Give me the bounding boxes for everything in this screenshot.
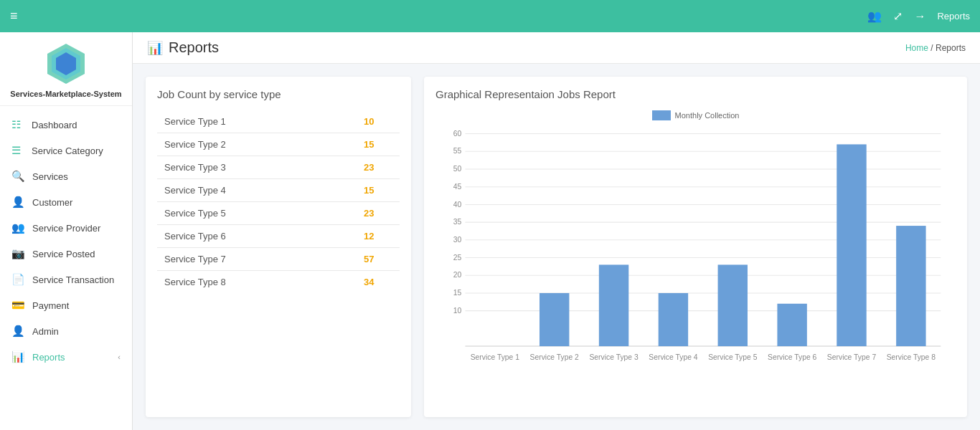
users-icon[interactable]: 👥 [867, 9, 882, 23]
sidebar-label-services: Services [32, 171, 121, 182]
main-content: 📊 Reports Home / Reports Job Count by se… [133, 32, 980, 430]
bar-rect[interactable] [599, 264, 628, 346]
sidebar-nav: ☷ Dashboard ☰ Service Category 🔍 Service… [0, 106, 132, 376]
sidebar-item-customer[interactable]: 👤 Customer [0, 189, 132, 215]
y-label: 55 [453, 147, 462, 155]
sidebar-label-admin: Admin [32, 326, 121, 337]
service-type-count: 12 [357, 225, 400, 248]
sidebar-label-customer: Customer [32, 197, 121, 208]
posted-icon: 📷 [11, 247, 25, 260]
transaction-icon: 📄 [11, 273, 25, 286]
sidebar-item-services[interactable]: 🔍 Services [0, 163, 132, 189]
x-label: Service Type 7 [827, 353, 876, 361]
page-title: Reports [169, 39, 219, 56]
page-title-icon: 📊 [147, 40, 163, 56]
chart-area: 6055504540353025201510Service Type 1Serv… [435, 126, 956, 384]
table-row: Service Type 323 [157, 156, 400, 179]
service-type-label: Service Type 5 [157, 202, 357, 225]
sidebar-label-service-transaction: Service Transaction [32, 274, 121, 285]
layout: Services-Marketplace-System ☷ Dashboard … [0, 32, 980, 430]
bar-rect[interactable] [659, 293, 688, 346]
breadcrumb-bar: 📊 Reports Home / Reports [133, 32, 980, 64]
table-row: Service Type 757 [157, 248, 400, 271]
x-label: Service Type 5 [708, 353, 757, 361]
topbar-right: 👥 ⤢ → Reports [867, 9, 970, 23]
service-type-count: 23 [357, 156, 400, 179]
table-row: Service Type 415 [157, 179, 400, 202]
job-count-title: Job Count by service type [157, 88, 400, 100]
table-row: Service Type 110 [157, 110, 400, 133]
bar-rect[interactable] [540, 293, 569, 346]
breadcrumb-topbar: Reports [937, 11, 970, 22]
table-row: Service Type 834 [157, 271, 400, 294]
x-label: Service Type 8 [887, 353, 936, 361]
list-icon: ☰ [11, 144, 24, 157]
service-type-label: Service Type 3 [157, 156, 357, 179]
chart-title: Graphical Representaion Jobs Report [435, 88, 956, 100]
y-label: 30 [453, 236, 462, 244]
hamburger-icon[interactable]: ≡ [10, 9, 18, 24]
bar-rect[interactable] [777, 304, 806, 346]
table-row: Service Type 523 [157, 202, 400, 225]
logo-title: Services-Marketplace-System [10, 90, 121, 98]
sidebar-label-service-provider: Service Provider [32, 223, 121, 234]
sidebar: Services-Marketplace-System ☷ Dashboard … [0, 32, 133, 430]
bar-rect[interactable] [837, 144, 866, 346]
reports-icon: 📊 [11, 350, 25, 363]
job-count-table: Service Type 110Service Type 215Service … [157, 110, 400, 293]
bar-rect[interactable] [896, 226, 925, 346]
service-type-count: 10 [357, 110, 400, 133]
sidebar-item-payment[interactable]: 💳 Payment [0, 292, 132, 318]
content-area: Job Count by service type Service Type 1… [133, 64, 980, 430]
sidebar-item-service-provider[interactable]: 👥 Service Provider [0, 215, 132, 241]
logout-icon[interactable]: → [914, 10, 925, 23]
sidebar-item-admin[interactable]: 👤 Admin [0, 318, 132, 344]
expand-icon[interactable]: ⤢ [893, 9, 903, 23]
sidebar-label-service-posted: Service Posted [32, 249, 121, 259]
chart-card: Graphical Representaion Jobs Report Mont… [424, 77, 967, 417]
sidebar-item-reports[interactable]: 📊 Reports ‹ [0, 344, 132, 370]
service-type-count: 34 [357, 271, 400, 294]
x-label: Service Type 1 [471, 353, 519, 361]
y-label: 35 [453, 218, 462, 226]
y-label: 60 [453, 130, 462, 138]
y-label: 25 [453, 254, 462, 262]
breadcrumb-home-link[interactable]: Home [905, 43, 928, 53]
legend-label: Monthly Collection [675, 111, 740, 120]
service-type-count: 57 [357, 248, 400, 271]
page-title-section: 📊 Reports [147, 39, 219, 56]
logo-svg [44, 42, 88, 85]
sidebar-item-service-category[interactable]: ☰ Service Category [0, 138, 132, 163]
services-icon: 🔍 [11, 170, 25, 183]
sidebar-label-service-category: Service Category [32, 145, 121, 156]
bar-chart-svg: 6055504540353025201510Service Type 1Serv… [435, 126, 956, 384]
sidebar-label-dashboard: Dashboard [32, 120, 121, 130]
bar-rect[interactable] [718, 264, 748, 346]
x-label: Service Type 2 [530, 353, 579, 361]
sidebar-logo: Services-Marketplace-System [0, 32, 132, 106]
y-label: 50 [453, 165, 462, 173]
x-label: Service Type 3 [589, 353, 638, 361]
sidebar-item-dashboard[interactable]: ☷ Dashboard [0, 112, 132, 138]
topbar-left: ≡ [10, 9, 18, 24]
job-count-card: Job Count by service type Service Type 1… [146, 77, 411, 417]
service-type-label: Service Type 1 [157, 110, 357, 133]
service-type-label: Service Type 4 [157, 179, 357, 202]
x-label: Service Type 6 [768, 353, 816, 361]
breadcrumb-separator: / [930, 43, 936, 53]
sidebar-item-service-transaction[interactable]: 📄 Service Transaction [0, 267, 132, 292]
legend-box [652, 110, 671, 120]
service-type-label: Service Type 8 [157, 271, 357, 294]
y-label: 45 [453, 183, 462, 191]
sidebar-label-reports: Reports [32, 352, 110, 363]
y-label: 15 [453, 289, 462, 297]
y-label: 40 [453, 200, 462, 208]
service-type-label: Service Type 6 [157, 225, 357, 248]
table-row: Service Type 215 [157, 133, 400, 156]
admin-icon: 👤 [11, 325, 25, 338]
x-label: Service Type 4 [649, 353, 697, 361]
y-label: 20 [453, 271, 462, 279]
breadcrumb: Home / Reports [905, 43, 966, 53]
sidebar-item-service-posted[interactable]: 📷 Service Posted [0, 241, 132, 267]
service-type-count: 15 [357, 179, 400, 202]
